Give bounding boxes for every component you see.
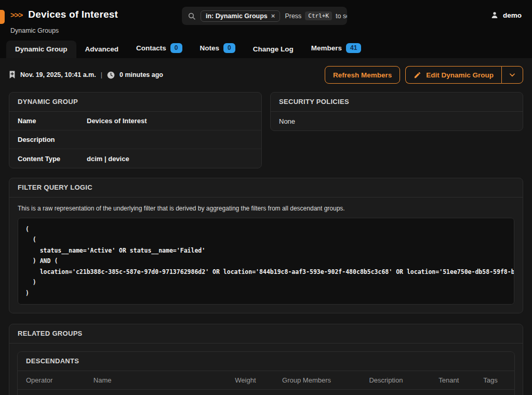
table-row: Include (OR) Devices at Locations A and …: [18, 390, 514, 395]
notes-count-badge: 0: [223, 43, 235, 53]
descendants-panel-title: DESCENDANTS: [18, 352, 514, 371]
cell-tenant: —: [432, 390, 477, 395]
name-row: Name Devices of Interest: [9, 112, 261, 130]
chevron-down-icon: [509, 71, 516, 78]
search-scope-chip[interactable]: in: Dynamic Groups ×: [201, 10, 280, 22]
tab-bar: Dynamic Group Advanced Contacts 0 Notes …: [6, 38, 370, 58]
descendants-table: Operator Name Weight Group Members Descr…: [18, 371, 514, 395]
filter-query-logic-panel: FILTER QUERY LOGIC This is a raw represe…: [9, 178, 523, 313]
security-policies-panel-title: SECURITY POLICIES: [271, 93, 523, 112]
page-title: Devices of Interest: [28, 9, 118, 20]
sidebar-toggle-handle[interactable]: [0, 10, 5, 24]
cell-description: —: [363, 390, 432, 395]
related-groups-panel: RELATED GROUPS DESCENDANTS Operator Name…: [9, 324, 523, 395]
search-placeholder: Press Ctrl+K to se: [285, 11, 347, 20]
chip-close-icon[interactable]: ×: [271, 12, 275, 19]
col-operator: Operator: [18, 371, 87, 390]
pencil-icon: [414, 71, 421, 79]
tab-change-log[interactable]: Change Log: [244, 41, 302, 58]
bookmark-add-icon[interactable]: [9, 71, 16, 79]
dynamic-group-panel-title: DYNAMIC GROUP: [9, 93, 261, 112]
col-weight: Weight: [229, 371, 276, 390]
tab-members[interactable]: Members 41: [302, 38, 370, 58]
tab-dynamic-group[interactable]: Dynamic Group: [6, 41, 76, 58]
user-icon: [490, 11, 499, 19]
username: demo: [503, 11, 522, 19]
created-timestamp: Nov. 19, 2025, 10:41 a.m.: [20, 71, 96, 78]
col-tenant: Tenant: [432, 371, 477, 390]
col-tags: Tags: [477, 371, 514, 390]
descendants-panel: DESCENDANTS Operator Name Weight Group M…: [17, 351, 515, 395]
col-group-members: Group Members: [276, 371, 363, 390]
search-icon: [188, 12, 196, 20]
col-description: Description: [363, 371, 432, 390]
filter-description: This is a raw representation of the unde…: [18, 205, 514, 212]
breadcrumb-chevrons-icon: >>>: [10, 10, 22, 19]
breadcrumb[interactable]: Dynamic Groups: [10, 27, 59, 34]
contacts-count-badge: 0: [170, 43, 182, 53]
last-updated: 0 minutes ago: [119, 71, 163, 78]
description-row: Description: [9, 130, 261, 149]
tab-advanced[interactable]: Advanced: [76, 41, 128, 58]
descendants-header-row: Operator Name Weight Group Members Descr…: [18, 371, 514, 390]
members-count-badge: 41: [346, 43, 361, 53]
related-groups-panel-title: RELATED GROUPS: [9, 324, 523, 344]
dynamic-group-panel: DYNAMIC GROUP Name Devices of Interest D…: [9, 92, 262, 168]
ctrl-k-kbd: Ctrl+K: [305, 11, 332, 20]
security-policies-value-row: None: [271, 112, 523, 130]
meta-separator: |: [101, 71, 102, 78]
clock-icon: [107, 71, 115, 79]
global-search-input[interactable]: in: Dynamic Groups × Press Ctrl+K to se: [182, 7, 347, 25]
filter-query-logic-panel-title: FILTER QUERY LOGIC: [9, 178, 523, 198]
user-menu[interactable]: demo: [490, 11, 522, 19]
tab-contacts[interactable]: Contacts 0: [127, 38, 191, 58]
tab-notes[interactable]: Notes 0: [191, 38, 244, 58]
col-name: Name: [87, 371, 229, 390]
object-meta: Nov. 19, 2025, 10:41 a.m. | 0 minutes ag…: [9, 71, 163, 79]
edit-split-button: Edit Dynamic Group: [405, 66, 523, 84]
security-policies-panel: SECURITY POLICIES None: [270, 92, 523, 131]
cell-operator: Include (OR): [18, 390, 87, 395]
filter-query-code: ( ( status__name='Active' OR status__nam…: [18, 218, 514, 305]
refresh-members-button[interactable]: Refresh Members: [325, 66, 400, 84]
top-header: >>> Devices of Interest Dynamic Groups i…: [0, 0, 532, 58]
cell-tags: —: [477, 390, 514, 395]
main-content: Nov. 19, 2025, 10:41 a.m. | 0 minutes ag…: [0, 58, 532, 395]
edit-dropdown-button[interactable]: [501, 66, 523, 84]
search-scope-label: in: Dynamic Groups: [206, 12, 268, 20]
content-type-row: Content Type dcim | device: [9, 149, 261, 168]
cell-weight: 10: [229, 390, 276, 395]
edit-dynamic-group-button[interactable]: Edit Dynamic Group: [405, 66, 501, 84]
